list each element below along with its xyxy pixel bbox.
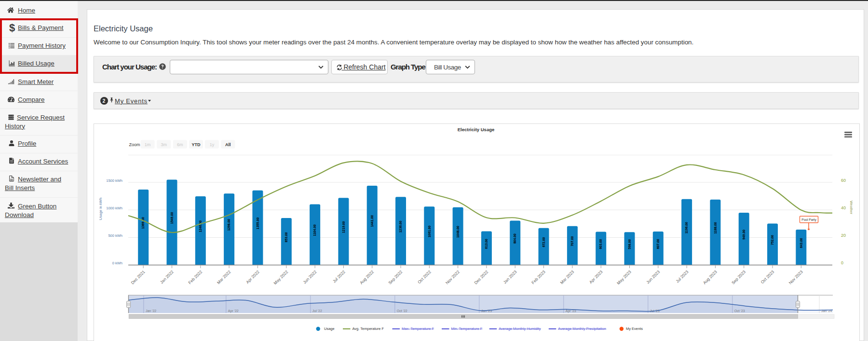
svg-text:1m: 1m	[145, 142, 151, 147]
svg-text:40: 40	[841, 205, 846, 210]
svg-text:Electricity Usage: Electricity Usage	[458, 127, 495, 132]
svg-text:3m: 3m	[161, 142, 167, 147]
svg-text:603.00: 603.00	[599, 239, 602, 249]
svg-text:60: 60	[841, 178, 846, 183]
svg-text:1188.00: 1188.00	[714, 222, 717, 233]
svg-text:853.00: 853.00	[285, 232, 288, 242]
svg-text:1298.00: 1298.00	[227, 219, 231, 231]
svg-text:607.00: 607.00	[656, 239, 660, 249]
svg-text:707.00: 707.00	[570, 236, 574, 246]
svg-text:YTD: YTD	[192, 142, 201, 147]
svg-text:All: All	[225, 142, 231, 147]
svg-text:672.00: 672.00	[542, 237, 545, 247]
svg-text:1104.00: 1104.00	[313, 224, 316, 236]
svg-text:1236.00: 1236.00	[399, 220, 402, 232]
svg-text:Zoom: Zoom	[129, 142, 140, 147]
svg-text:643.00: 643.00	[800, 238, 803, 248]
svg-text:613.00: 613.00	[485, 239, 488, 249]
svg-text:Weather: Weather	[849, 201, 854, 215]
svg-text:6m: 6m	[177, 142, 183, 147]
svg-text:1549.00: 1549.00	[170, 212, 174, 224]
svg-text:0: 0	[841, 260, 843, 265]
svg-text:1355.00: 1355.00	[256, 218, 259, 230]
svg-text:0 kWh: 0 kWh	[112, 261, 122, 265]
svg-text:1y: 1y	[210, 142, 215, 147]
svg-text:1500 kWh: 1500 kWh	[106, 178, 122, 183]
svg-text:1219.00: 1219.00	[342, 221, 345, 233]
svg-text:My Events: My Events	[626, 327, 643, 331]
svg-text:500 kWh: 500 kWh	[108, 233, 122, 238]
svg-text:1196.00: 1196.00	[685, 222, 688, 233]
svg-text:Min. Temperature F: Min. Temperature F	[451, 327, 483, 331]
svg-text:1000 kWh: 1000 kWh	[106, 206, 122, 210]
svg-text:Pool Party: Pool Party	[801, 218, 816, 222]
svg-text:Usage in kWh: Usage in kWh	[98, 198, 103, 220]
svg-text:1048.00: 1048.00	[456, 226, 460, 238]
svg-text:1246.00: 1246.00	[199, 220, 202, 232]
svg-text:949.00: 949.00	[742, 230, 746, 240]
svg-text:20: 20	[841, 233, 846, 238]
svg-text:1061.00: 1061.00	[428, 225, 431, 237]
svg-text:Average Monthly Precipitation: Average Monthly Precipitation	[558, 327, 606, 331]
svg-text:Max. Temperature F: Max. Temperature F	[402, 327, 434, 331]
svg-text:Average Monthly Humidity: Average Monthly Humidity	[499, 327, 541, 331]
svg-text:804.00: 804.00	[513, 233, 516, 244]
svg-text:598.00: 598.00	[628, 239, 631, 249]
svg-text:752.00: 752.00	[771, 235, 774, 245]
svg-text:Usage: Usage	[324, 327, 335, 331]
svg-text:1441.00: 1441.00	[370, 215, 374, 227]
svg-text:1369.00: 1369.00	[141, 217, 145, 229]
svg-text:Avg. Temperature F: Avg. Temperature F	[353, 327, 384, 331]
